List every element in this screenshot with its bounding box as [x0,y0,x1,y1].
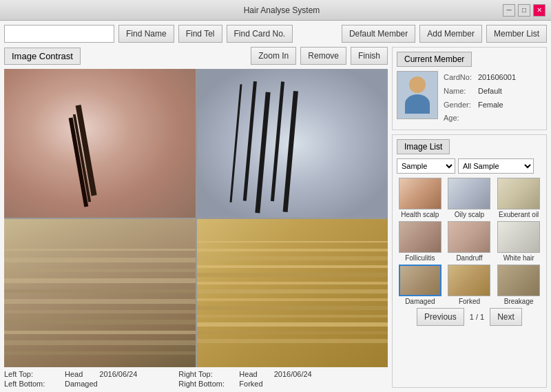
left-labels: Left Top: Head 2016/06/24 Left Bottom: D… [4,370,137,388]
thumbnail-item-forked[interactable]: Forked [446,265,493,305]
thumbnail-item-oily[interactable]: Oily scalp [446,178,493,218]
find-tel-button[interactable]: Find Tel [178,25,222,43]
page-info: 1 / 1 [470,313,484,321]
thumbnail-label-breakage: Breakage [504,298,534,305]
image-grid [4,69,388,367]
window-title: Hair Analyse System [61,6,503,15]
thumbnail-img-health [399,178,441,209]
next-button[interactable]: Next [490,308,522,326]
thumbnail-img-folliculitis [399,221,441,253]
left-top-row: Left Top: Head 2016/06/24 [4,370,137,378]
name-row: Name: Default [444,85,516,99]
previous-button[interactable]: Previous [417,308,464,326]
default-member-button[interactable]: Default Member [342,25,415,43]
gender-row: Gender: Female [444,99,516,112]
zoom-in-button[interactable]: Zoom In [251,47,296,65]
find-cardno-button[interactable]: Find Card No. [227,25,293,43]
right-top-row: Right Top: Head 2016/06/24 [178,370,311,378]
left-top-value: Head [65,370,83,378]
right-bottom-value: Forked [239,380,262,388]
age-label: Age: [444,112,475,125]
image-top-left[interactable] [4,69,196,218]
thumbnail-img-dandruff [448,221,490,253]
gender-value: Female [478,99,503,112]
image-labels: Left Top: Head 2016/06/24 Left Bottom: D… [4,370,388,388]
sample-select[interactable]: Sample [397,158,455,174]
right-top-key: Right Top: [178,370,233,378]
window-controls: ─ □ ✕ [503,4,545,17]
thumbnail-img-damaged [399,265,441,296]
thumbnail-item-dandruff[interactable]: Dandruff [446,221,493,262]
avatar [397,71,438,119]
title-bar: Hair Analyse System ─ □ ✕ [0,0,551,21]
pagination: Previous 1 / 1 Next [397,308,542,326]
left-top-date: 2016/06/24 [99,370,137,378]
member-details: CardNo: 201606001 Name: Default Gender: … [444,71,516,125]
left-top-key: Left Top: [4,370,59,378]
cardno-value: 201606001 [478,71,516,85]
thumbnail-img-breakage [497,265,540,296]
finish-button[interactable]: Finish [351,47,388,65]
top-bar: Find Name Find Tel Find Card No. Default… [4,25,547,43]
minimize-button[interactable]: ─ [503,4,515,17]
thumbnail-item-folliculitis[interactable]: Folliculitis [397,221,444,262]
member-list-button[interactable]: Member List [486,25,547,43]
thumbnail-label-forked: Forked [459,298,480,305]
thumbnail-label-dandruff: Dandruff [456,254,482,262]
thumbnail-grid: Health scalpOily scalpExuberant oilFolli… [397,178,542,305]
thumbnail-img-forked [448,265,490,296]
thumbnail-item-white[interactable]: White hair [495,221,542,262]
left-bottom-value: Damaged [65,380,98,388]
right-bottom-key: Right Bottom: [178,380,233,388]
image-list-section: Image List Sample All Sample Health scal… [392,134,547,388]
image-list-controls: Sample All Sample [397,158,542,174]
all-sample-select[interactable]: All Sample [458,158,534,174]
thumbnail-label-health: Health scalp [401,211,439,218]
thumbnail-label-white: White hair [503,254,534,262]
thumbnail-img-oily [448,178,490,209]
cardno-row: CardNo: 201606001 [444,71,516,85]
thumbnail-label-damaged: Damaged [405,298,435,305]
image-top-right[interactable] [197,69,388,218]
current-member-title: Current Member [397,52,472,67]
right-top-value: Head [239,370,257,378]
thumbnail-label-oily: Oily scalp [455,211,484,218]
right-top-date: 2016/06/24 [274,370,312,378]
name-label: Name: [444,85,475,99]
restore-button[interactable]: □ [518,4,530,17]
cardno-label: CardNo: [444,71,475,85]
thumbnail-item-damaged[interactable]: Damaged [397,265,444,305]
avatar-head [409,76,426,93]
image-bottom-left[interactable] [4,219,196,368]
avatar-body [405,94,430,114]
add-member-button[interactable]: Add Member [419,25,482,43]
left-panel: Image Contrast Zoom In Remove Finish [4,47,388,388]
right-panel: Current Member CardNo: 201606001 [392,47,547,388]
main-window: Find Name Find Tel Find Card No. Default… [0,21,551,392]
thumbnail-label-exuberant: Exuberant oil [499,211,539,218]
thumbnail-img-white [497,221,540,253]
image-controls: Image Contrast Zoom In Remove Finish [4,47,388,65]
content-area: Image Contrast Zoom In Remove Finish [4,47,547,388]
thumbnail-item-exuberant[interactable]: Exuberant oil [495,178,542,218]
thumbnail-item-health[interactable]: Health scalp [397,178,444,218]
age-row: Age: [444,112,516,125]
name-value: Default [478,85,502,99]
avatar-figure [405,76,430,114]
current-member-section: Current Member CardNo: 201606001 [392,47,547,130]
thumbnail-img-exuberant [497,178,540,209]
image-contrast-label: Image Contrast [4,48,81,65]
thumbnail-item-breakage[interactable]: Breakage [495,265,542,305]
left-bottom-row: Left Bottom: Damaged [4,380,137,388]
image-bottom-right[interactable] [197,219,388,368]
close-button[interactable]: ✕ [533,4,545,17]
left-bottom-key: Left Bottom: [4,380,59,388]
right-labels: Right Top: Head 2016/06/24 Right Bottom:… [178,370,311,388]
member-info: CardNo: 201606001 Name: Default Gender: … [397,71,542,125]
search-input[interactable] [4,25,114,43]
image-list-title: Image List [397,139,450,154]
remove-button[interactable]: Remove [300,47,346,65]
thumbnail-label-folliculitis: Folliculitis [405,254,435,262]
find-name-button[interactable]: Find Name [118,25,174,43]
gender-label: Gender: [444,99,475,112]
